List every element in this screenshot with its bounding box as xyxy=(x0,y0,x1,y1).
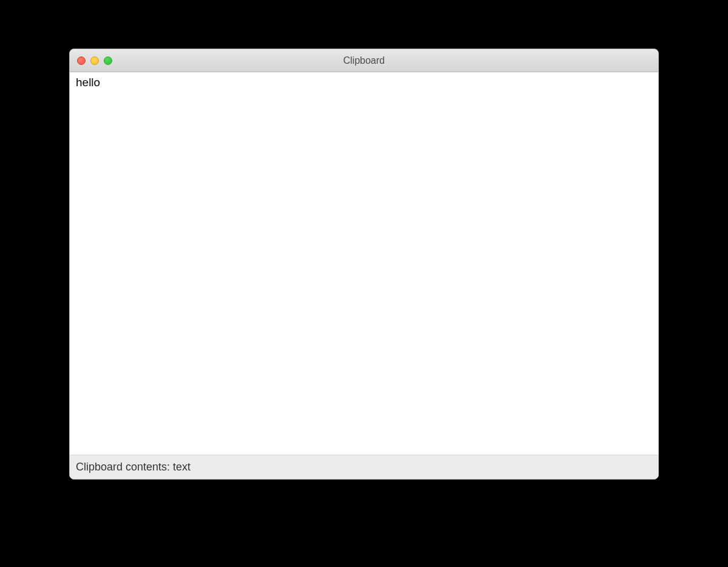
statusbar: Clipboard contents: text xyxy=(70,455,658,479)
window-title: Clipboard xyxy=(70,55,658,66)
window: Clipboard hello Clipboard contents: text xyxy=(69,49,659,480)
traffic-lights xyxy=(70,56,112,65)
content-area[interactable]: hello xyxy=(70,72,658,455)
titlebar[interactable]: Clipboard xyxy=(70,49,658,72)
clipboard-text: hello xyxy=(76,76,652,89)
status-label: Clipboard contents: text xyxy=(76,461,190,474)
minimize-icon[interactable] xyxy=(90,56,99,65)
close-icon[interactable] xyxy=(77,56,86,65)
maximize-icon[interactable] xyxy=(104,56,112,65)
